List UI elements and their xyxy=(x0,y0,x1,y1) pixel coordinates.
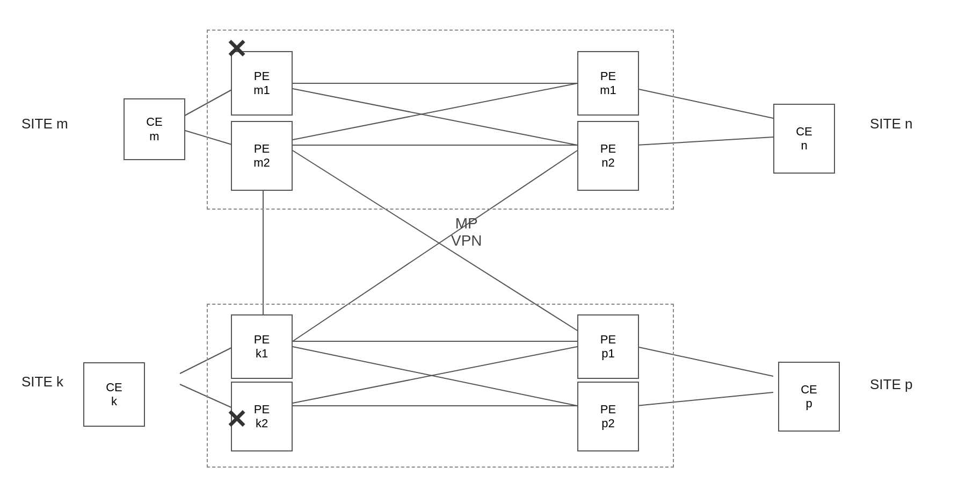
site-p-label: SITE p xyxy=(870,376,912,393)
ce-m-node: CE m xyxy=(124,98,185,160)
ce-n-node: CE n xyxy=(773,104,835,174)
site-m-label: SITE m xyxy=(21,116,68,132)
pe-p2-node: PE p2 xyxy=(577,382,639,451)
ce-k-node: CE k xyxy=(83,362,145,427)
diagram: SITE m SITE n SITE k SITE p MP VPN CE m … xyxy=(0,0,980,495)
site-k-label: SITE k xyxy=(21,374,63,390)
pe-k1-node: PE k1 xyxy=(231,314,293,379)
mpvpn-label: MP VPN xyxy=(451,215,482,249)
pe-n2-node: PE n2 xyxy=(577,121,639,191)
ce-p-node: CE p xyxy=(778,362,840,432)
pe-n1-node: PE m1 xyxy=(577,51,639,116)
site-n-label: SITE n xyxy=(870,116,912,132)
pe-k2-node: PE k2 xyxy=(231,382,293,451)
pe-m1-node: PE m1 xyxy=(231,51,293,116)
pe-m2-node: PE m2 xyxy=(231,121,293,191)
pe-p1-node: PE p1 xyxy=(577,314,639,379)
